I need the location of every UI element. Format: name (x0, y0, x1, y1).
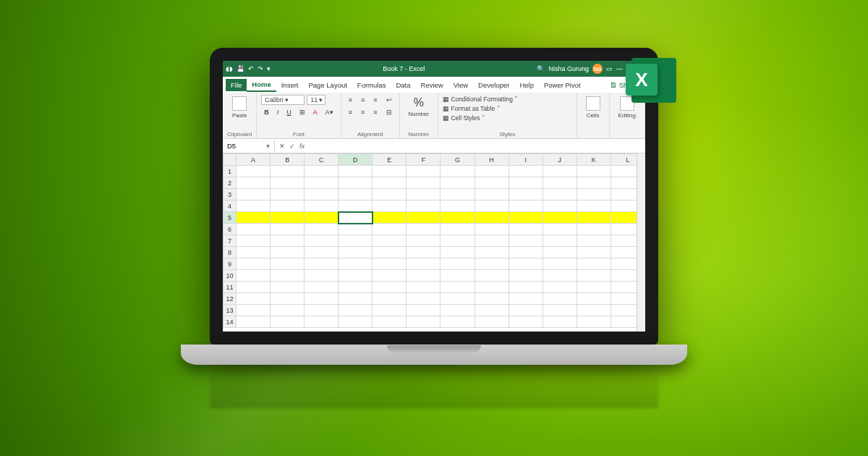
cell-K7[interactable] (576, 235, 610, 247)
cell-E3[interactable] (373, 189, 407, 200)
row-header-12[interactable]: 12 (224, 293, 237, 305)
cell-A13[interactable] (237, 305, 271, 316)
cell-F9[interactable] (407, 258, 441, 270)
tab-page-layout[interactable]: Page Layout (303, 79, 352, 91)
column-header-B[interactable]: B (271, 154, 305, 166)
column-header-H[interactable]: H (475, 154, 509, 166)
cell-E2[interactable] (373, 177, 407, 189)
cell-E14[interactable] (373, 316, 407, 328)
cell-I6[interactable] (509, 224, 542, 235)
fill-color-button[interactable]: A (310, 107, 320, 117)
row-header-9[interactable]: 9 (224, 258, 237, 270)
cell-C3[interactable] (305, 189, 339, 200)
enter-formula-icon[interactable]: ✓ (289, 143, 295, 150)
cell-J11[interactable] (542, 282, 576, 293)
cell-H8[interactable] (475, 247, 509, 258)
cell-C5[interactable] (305, 212, 339, 224)
cell-E13[interactable] (373, 305, 407, 316)
cell-A2[interactable] (237, 177, 271, 189)
column-header-C[interactable]: C (305, 154, 339, 166)
align-center-icon[interactable]: ≡ (358, 107, 367, 117)
cell-K5[interactable] (576, 212, 610, 224)
cell-I13[interactable] (509, 305, 542, 316)
cell-A5[interactable] (237, 212, 271, 224)
cell-I11[interactable] (509, 282, 542, 293)
cell-C14[interactable] (305, 316, 339, 328)
cell-E9[interactable] (373, 258, 407, 270)
column-header-I[interactable]: I (509, 154, 542, 166)
cancel-formula-icon[interactable]: ✕ (279, 143, 285, 150)
cell-H14[interactable] (475, 316, 509, 328)
cell-K14[interactable] (576, 316, 610, 328)
cell-H3[interactable] (475, 189, 509, 200)
cell-H5[interactable] (475, 212, 509, 224)
cell-C6[interactable] (305, 224, 339, 235)
number-format-button[interactable]: % Number (404, 95, 433, 119)
undo-icon[interactable]: ↶ (248, 65, 254, 72)
cell-I14[interactable] (509, 316, 542, 328)
cell-K13[interactable] (576, 305, 610, 316)
cell-H6[interactable] (475, 224, 509, 235)
cell-J12[interactable] (542, 293, 576, 305)
cell-C9[interactable] (305, 258, 339, 270)
cell-D11[interactable] (339, 282, 373, 293)
cell-J10[interactable] (542, 270, 576, 282)
row-header-10[interactable]: 10 (224, 270, 237, 282)
tab-review[interactable]: Review (416, 79, 448, 91)
row-header-1[interactable]: 1 (224, 166, 237, 177)
cell-D3[interactable] (339, 189, 373, 200)
cell-B2[interactable] (271, 177, 305, 189)
cell-H4[interactable] (475, 200, 509, 212)
cell-E8[interactable] (373, 247, 407, 258)
cell-G11[interactable] (441, 282, 475, 293)
cell-J2[interactable] (542, 177, 576, 189)
cell-B3[interactable] (271, 189, 305, 200)
user-avatar[interactable]: NG (592, 64, 603, 74)
cell-J1[interactable] (542, 166, 576, 177)
column-header-E[interactable]: E (373, 154, 407, 166)
row-header-5[interactable]: 5 (224, 212, 237, 224)
cell-F10[interactable] (407, 270, 441, 282)
tab-data[interactable]: Data (391, 79, 415, 91)
align-top-icon[interactable]: ≡ (346, 95, 355, 105)
cell-B9[interactable] (271, 258, 305, 270)
cell-B13[interactable] (271, 305, 305, 316)
column-header-J[interactable]: J (542, 154, 576, 166)
conditional-formatting-button[interactable]: ▦ Conditional Formatting ˅ (443, 95, 571, 104)
cell-J3[interactable] (542, 189, 576, 200)
cell-E6[interactable] (373, 224, 407, 235)
cell-G12[interactable] (441, 293, 475, 305)
cell-J5[interactable] (542, 212, 576, 224)
column-header-K[interactable]: K (576, 154, 610, 166)
cell-H1[interactable] (475, 166, 509, 177)
cell-C4[interactable] (305, 200, 339, 212)
cell-F2[interactable] (407, 177, 441, 189)
cell-I10[interactable] (509, 270, 542, 282)
tab-insert[interactable]: Insert (276, 79, 304, 91)
row-header-11[interactable]: 11 (224, 282, 237, 293)
tab-home[interactable]: Home (247, 78, 276, 92)
save-icon[interactable]: 💾 (237, 65, 244, 72)
cell-G2[interactable] (441, 177, 475, 189)
cell-I4[interactable] (509, 200, 542, 212)
cell-G10[interactable] (441, 270, 475, 282)
cell-D1[interactable] (339, 166, 373, 177)
cell-F8[interactable] (407, 247, 441, 258)
cell-G6[interactable] (441, 224, 475, 235)
cell-K6[interactable] (576, 224, 610, 235)
tab-view[interactable]: View (448, 79, 473, 91)
cell-I2[interactable] (509, 177, 542, 189)
row-header-8[interactable]: 8 (224, 247, 237, 258)
cell-D12[interactable] (339, 293, 373, 305)
cell-E12[interactable] (373, 293, 407, 305)
cell-A9[interactable] (237, 258, 271, 270)
cell-C12[interactable] (305, 293, 339, 305)
cell-A3[interactable] (237, 189, 271, 200)
cell-A14[interactable] (237, 316, 271, 328)
align-right-icon[interactable]: ≡ (370, 107, 380, 117)
merge-icon[interactable]: ⊟ (383, 107, 395, 117)
cell-K3[interactable] (576, 189, 610, 200)
column-header-F[interactable]: F (407, 154, 441, 166)
cell-I5[interactable] (509, 212, 542, 224)
cell-D14[interactable] (339, 316, 373, 328)
